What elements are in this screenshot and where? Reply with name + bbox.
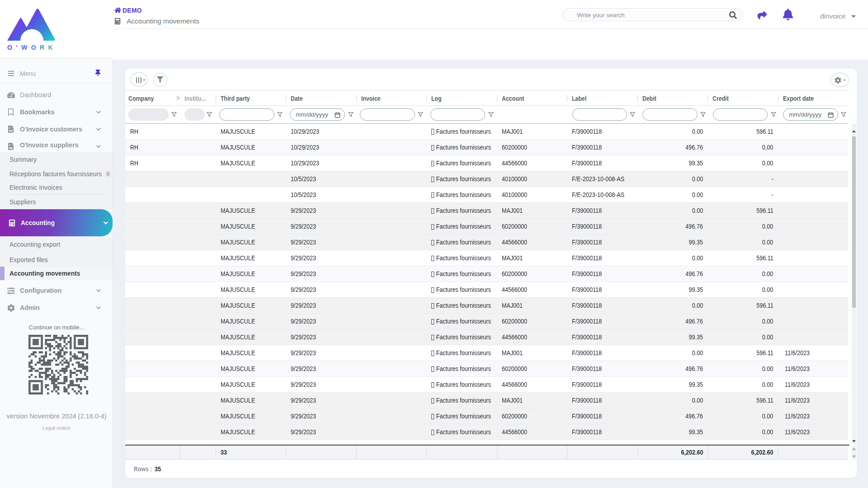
svg-text:O'WORK: O'WORK — [7, 44, 57, 51]
